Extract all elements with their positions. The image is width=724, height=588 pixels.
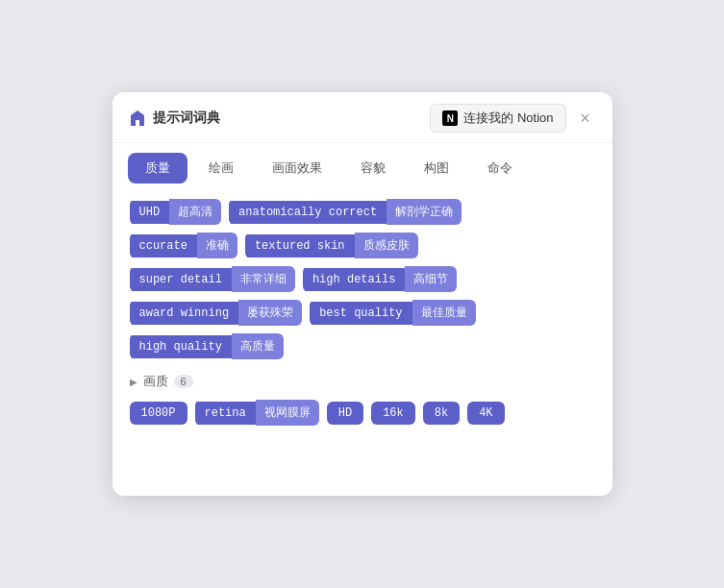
tab-painting[interactable]: 绘画 <box>191 153 251 184</box>
main-window: 提示词词典 N 连接我的 Notion × 质量 绘画 画面效果 容貌 构图 命… <box>112 92 612 496</box>
tag-zh: 超高清 <box>169 199 221 225</box>
tab-appearance[interactable]: 容貌 <box>343 153 403 184</box>
tag-zh: 最佳质量 <box>412 300 476 326</box>
tag-super-detail[interactable]: super detail 非常详细 <box>130 266 295 292</box>
tag-16k[interactable]: 16k <box>371 402 415 425</box>
tab-bar: 质量 绘画 画面效果 容貌 构图 命令 <box>112 143 612 184</box>
tag-zh: 高细节 <box>405 266 457 292</box>
tag-textured-skin[interactable]: textured skin 质感皮肤 <box>245 233 418 258</box>
tag-en: high quality <box>130 335 232 358</box>
title-left: 提示词词典 <box>128 109 220 128</box>
titlebar: 提示词词典 N 连接我的 Notion × <box>112 92 612 143</box>
tag-row-2: ccurate 准确 textured skin 质感皮肤 <box>130 233 595 258</box>
tag-zh: 视网膜屏 <box>256 400 319 426</box>
tag-1080p[interactable]: 1080P <box>130 402 187 425</box>
tag-zh: 质感皮肤 <box>355 233 418 258</box>
tag-row-1: UHD 超高清 anatomically correct 解剖学正确 <box>130 199 595 225</box>
tag-row-huazhi: 1080P retina 视网膜屏 HD 16k 8k 4K <box>130 400 595 426</box>
tag-anatomically-correct[interactable]: anatomically correct 解剖学正确 <box>229 199 462 225</box>
tag-row-3: super detail 非常详细 high details 高细节 <box>130 266 595 292</box>
tag-en: textured skin <box>245 234 355 257</box>
tag-en: award winning <box>130 302 239 325</box>
tag-8k[interactable]: 8k <box>423 402 460 425</box>
tag-uhd[interactable]: UHD 超高清 <box>130 199 222 225</box>
tab-commands[interactable]: 命令 <box>470 153 530 184</box>
collapse-arrow-icon: ▶ <box>130 377 137 387</box>
section-count: 6 <box>174 375 193 388</box>
section-huazhi-header: ▶ 画质 6 <box>130 373 595 390</box>
tag-hd[interactable]: HD <box>327 402 363 425</box>
tag-high-details[interactable]: high details 高细节 <box>303 266 457 292</box>
notion-connect-button[interactable]: N 连接我的 Notion <box>430 104 565 133</box>
tag-4k[interactable]: 4K <box>467 402 504 425</box>
tag-row-4: award winning 屡获殊荣 best quality 最佳质量 <box>130 300 595 326</box>
tag-accurate[interactable]: ccurate 准确 <box>130 233 237 258</box>
tab-composition[interactable]: 构图 <box>407 153 466 184</box>
tag-high-quality[interactable]: high quality 高质量 <box>130 333 284 359</box>
tab-effects[interactable]: 画面效果 <box>255 153 339 184</box>
notion-btn-label: 连接我的 Notion <box>463 110 553 127</box>
app-title: 提示词词典 <box>153 110 220 127</box>
tag-en: super detail <box>130 268 232 291</box>
tab-quality[interactable]: 质量 <box>128 153 187 184</box>
tag-row-5: high quality 高质量 <box>130 333 595 359</box>
tag-zh: 非常详细 <box>232 266 295 292</box>
notion-icon: N <box>442 110 458 126</box>
close-button[interactable]: × <box>574 107 597 130</box>
titlebar-right: N 连接我的 Notion × <box>430 104 596 133</box>
tag-zh: 高质量 <box>232 333 284 359</box>
tag-retina[interactable]: retina 视网膜屏 <box>195 400 319 426</box>
tag-en: ccurate <box>130 234 197 257</box>
tag-award-winning[interactable]: award winning 屡获殊荣 <box>130 300 303 326</box>
tag-en: best quality <box>310 302 412 325</box>
close-icon: × <box>580 109 590 129</box>
section-label: 画质 <box>143 373 168 390</box>
tag-zh: 准确 <box>197 233 237 258</box>
tag-en: anatomically correct <box>229 201 387 224</box>
tag-zh: 屡获殊荣 <box>238 300 302 326</box>
app-icon <box>128 109 147 128</box>
content-area: UHD 超高清 anatomically correct 解剖学正确 ccura… <box>112 184 612 426</box>
tag-best-quality[interactable]: best quality 最佳质量 <box>310 300 475 326</box>
tag-en: retina <box>195 402 256 425</box>
tag-en: high details <box>303 268 405 291</box>
tag-zh: 解剖学正确 <box>387 199 462 225</box>
tag-en: UHD <box>130 201 170 224</box>
